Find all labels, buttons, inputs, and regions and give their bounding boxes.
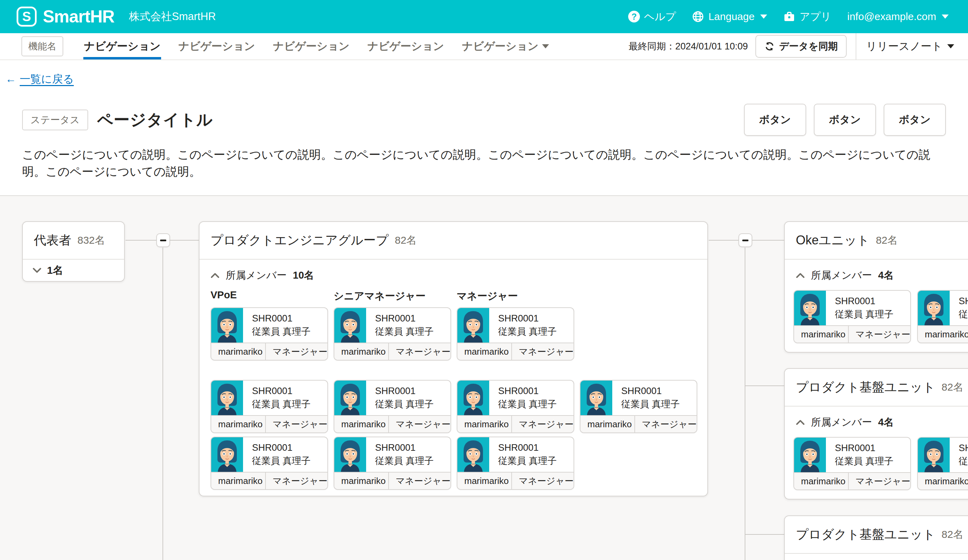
back-link-label: 一覧に戻る [20,72,74,86]
page-head: ← 一覧に戻る ステータス ページタイトル ボタン ボタン ボタン このページに… [0,60,968,195]
org-node-title: Okeユニット [796,232,870,249]
apps-menu[interactable]: アプリ [783,10,831,24]
member-avatar [334,308,366,343]
nav-tab-4[interactable]: ナビゲーション [367,33,444,60]
connector-line [170,240,199,240]
action-button-2[interactable]: ボタン [814,104,876,136]
member-role: マネージャー [849,326,910,343]
connector-line [126,240,156,240]
org-node-group: プロダクトエンジニアグループ 82名 所属メンバー 10名 VPoE シニアマネ… [199,221,708,496]
member-row: SHR0001 従業員 真理子 marimariko マネージャー [794,290,968,343]
expand-members-toggle[interactable]: 1名 [23,260,124,281]
language-menu[interactable]: Language [692,10,767,23]
member-card[interactable]: SHR0001 従業員 真理子 marimariko マネージャー [917,437,968,490]
member-card[interactable]: SHR0001 従業員 真理子 marimariko マネージャー [580,380,697,433]
member-avatar [580,381,612,415]
account-email: info@example.com [847,11,936,22]
member-username: marimariko [457,472,512,489]
member-avatar [918,291,950,325]
member-avatar [918,437,950,472]
member-role: マネージャー [389,472,451,489]
member-role: マネージャー [512,472,574,489]
apps-label: アプリ [800,10,831,24]
release-notes-menu[interactable]: リリースノート [866,39,954,54]
member-name: 従業員 真理子 [498,325,557,338]
collapse-button[interactable] [738,234,752,247]
members-section-toggle[interactable]: 所属メンバー 4名 [796,416,968,429]
member-card[interactable]: SHR0001 従業員 真理子 marimariko マネージャー [211,380,328,433]
action-button-1[interactable]: ボタン [744,104,806,136]
member-row: SHR0001 従業員 真理子 marimariko マネージャー [211,380,707,433]
action-button-3[interactable]: ボタン [883,104,946,136]
language-label: Language [708,11,754,22]
member-card[interactable]: SHR0001 従業員 真理子 marimariko マネージャー [457,380,574,433]
chevron-down-icon [942,15,949,19]
member-username: marimariko [211,416,266,432]
sync-data-button[interactable]: データを同期 [755,35,847,58]
briefcase-icon [783,10,796,23]
member-role: マネージャー [512,416,574,432]
member-name: 従業員 真理子 [252,325,311,338]
org-node-root[interactable]: 代表者 832名 1名 [22,221,125,282]
member-id: SHR0001 [621,384,680,398]
last-sync-timestamp: 最終同期：2024/01/01 10:09 [628,40,748,53]
member-avatar [457,381,489,415]
member-card[interactable]: SHR0001 従業員 真理子 marimariko マネージャー [333,437,451,490]
org-node-title: プロダクト基盤ユニット [796,526,935,543]
members-count: 10名 [293,268,314,282]
member-username: marimariko [457,416,512,432]
member-name: 従業員 真理子 [835,308,893,321]
member-card[interactable]: SHR0001 従業員 真理子 marimariko マネージャー [211,437,328,490]
connector-line [752,240,784,240]
member-name: 従業員 真理子 [252,454,311,467]
member-avatar [334,381,366,415]
member-card[interactable]: SHR0001 従業員 真理子 marimariko マネージャー [211,307,328,361]
member-role: マネージャー [266,343,327,360]
member-id: SHR0001 [252,441,311,454]
member-card[interactable]: SHR0001 従業員 真理子 marimariko マネージャー [917,290,968,343]
members-label: 所属メンバー [811,416,872,429]
member-card[interactable]: SHR0001 従業員 真理子 marimariko マネージャー [794,437,911,490]
smarthr-logo[interactable]: S SmartHR [17,7,114,27]
connector-line [709,240,738,240]
nav-tab-1[interactable]: ナビゲーション [83,33,161,60]
member-card[interactable]: SHR0001 従業員 真理子 marimariko マネージャー [333,307,451,361]
member-id: SHR0001 [498,384,557,398]
org-node-count: 82名 [942,380,963,394]
members-count: 4名 [878,416,893,429]
minus-icon [160,240,166,241]
member-id: SHR0001 [498,312,557,325]
member-id: SHR0001 [375,312,434,325]
member-avatar [334,437,366,472]
account-menu[interactable]: info@example.com [847,11,949,22]
members-section-toggle[interactable]: 所属メンバー 4名 [796,268,968,282]
org-node-title: 代表者 [34,232,71,249]
member-row: SHR0001 従業員 真理子 marimariko マネージャー [211,437,707,490]
org-node-count: 82名 [395,234,416,247]
org-node-count: 832名 [78,234,105,247]
org-node-unit-3: プロダクト基盤ユニット 82名 [784,515,968,560]
member-id: SHR0001 [498,441,557,454]
nav-tab-5[interactable]: ナビゲーション [461,33,549,60]
nav-tabs: ナビゲーション ナビゲーション ナビゲーション ナビゲーション ナビゲーション [83,33,550,60]
member-role: マネージャー [266,416,327,432]
member-card[interactable]: SHR0001 従業員 真理子 marimariko マネージャー [457,437,574,490]
nav-tab-2[interactable]: ナビゲーション [178,33,255,60]
nav-tab-3[interactable]: ナビゲーション [272,33,350,60]
smarthr-logo-mark-icon: S [17,7,36,27]
page-action-buttons: ボタン ボタン ボタン [744,104,946,136]
help-menu[interactable]: ? ヘルプ [628,10,676,24]
connector-line [745,534,784,535]
collapse-button[interactable] [156,234,170,247]
app-header: S SmartHR 株式会社SmartHR ? ヘルプ Language [0,0,968,33]
member-card[interactable]: SHR0001 従業員 真理子 marimariko マネージャー [794,290,911,343]
member-name: 従業員 真理子 [498,454,557,467]
member-card[interactable]: SHR0001 従業員 真理子 marimariko マネージャー [457,307,574,361]
member-username: marimariko [794,473,849,489]
member-role: マネージャー [849,473,910,489]
back-to-list-link[interactable]: ← 一覧に戻る [5,72,74,86]
page-title: ページタイトル [97,109,213,131]
member-card[interactable]: SHR0001 従業員 真理子 marimariko マネージャー [333,380,451,433]
members-section-toggle[interactable]: 所属メンバー 10名 [211,268,707,282]
member-username: marimariko [334,472,389,489]
